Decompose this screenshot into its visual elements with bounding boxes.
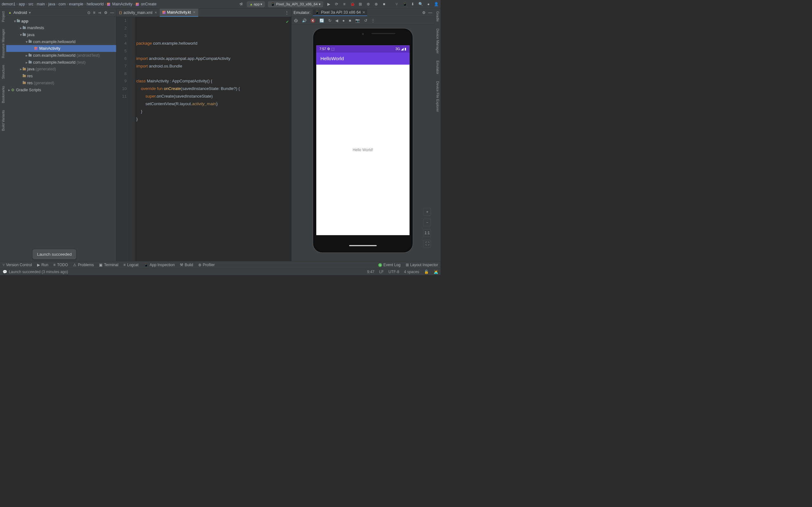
breadcrumb-item[interactable]: helloworld (87, 2, 104, 6)
user-icon[interactable]: ● (426, 2, 431, 7)
emulator-tab[interactable]: 📱 Pixel 3a API 33 x86 64 ✕ (313, 9, 367, 16)
minimize-icon[interactable]: — (110, 10, 114, 15)
screenshot-icon[interactable]: 📷 (355, 18, 360, 23)
minimize-icon[interactable]: — (428, 10, 432, 15)
tree-node-gradle[interactable]: ▸⚙Gradle Scripts (6, 86, 116, 93)
volume-down-icon[interactable]: 🔇 (310, 18, 315, 23)
attach-debugger-icon[interactable]: ≡ (342, 2, 347, 7)
phone-screen[interactable]: 7:57 ⚙ ⬚ 3G ◢ ▮ HelloWorld Hello World! (316, 45, 409, 235)
run-icon[interactable]: ▶ (326, 2, 331, 7)
tree-arrow-icon[interactable]: ▸ (19, 67, 23, 72)
close-icon[interactable]: ✕ (362, 10, 365, 15)
zoom-fit-button[interactable]: ⛶ (423, 240, 431, 247)
chevron-down-icon[interactable]: ▾ (29, 10, 31, 15)
tree-node[interactable]: res (6, 72, 116, 79)
tool-tab-emulator[interactable]: Emulator (436, 59, 439, 75)
tree-arrow-icon[interactable]: ▾ (25, 39, 29, 44)
tree-arrow-icon[interactable]: ▾ (19, 32, 23, 37)
profile-icon[interactable]: ⊛ (366, 2, 370, 7)
debug-icon[interactable]: 🐞 (350, 2, 355, 7)
zoom-reset-button[interactable]: 1:1 (423, 229, 431, 237)
tree-node[interactable]: ▸java(generated) (6, 66, 116, 72)
tree-arrow-icon[interactable]: ▸ (25, 53, 29, 58)
tree-node[interactable]: ▾app (6, 17, 116, 24)
bottom-tab-version-control[interactable]: ⑂Version Control (3, 263, 32, 267)
breadcrumb-item[interactable]: demon1 (2, 2, 15, 6)
tool-tab-build-variants[interactable]: Build Variants (1, 109, 5, 132)
tree-node[interactable]: ▾java (6, 32, 116, 38)
tree-node[interactable]: res(generated) (6, 79, 116, 87)
volume-up-icon[interactable]: 🔊 (302, 18, 307, 23)
tree-node[interactable]: MainActivity (6, 45, 116, 52)
avd-icon[interactable]: 📱 (402, 2, 407, 7)
close-icon[interactable]: ✕ (154, 11, 157, 14)
tree-arrow-icon[interactable]: ▸ (19, 26, 23, 31)
collapse-icon[interactable]: ≡ (93, 10, 95, 15)
breadcrumb-item[interactable]: onCreate (141, 2, 156, 6)
tree-node[interactable]: ▸manifests (6, 24, 116, 32)
rotate-left-icon[interactable]: 🔄 (319, 18, 324, 23)
bottom-tab-logcat[interactable]: ≡Logcat (123, 263, 138, 267)
power-icon[interactable]: ⏻ (294, 18, 298, 23)
search-icon[interactable]: 🔍 (418, 2, 423, 7)
gear-icon[interactable]: ⚙ (422, 10, 426, 15)
back-icon[interactable]: ◀ (335, 18, 338, 23)
layout-inspector-button[interactable]: ⊞Layout Inspector (406, 263, 438, 267)
apply-changes-icon[interactable]: ⟳ (334, 2, 339, 7)
breadcrumb-item[interactable]: main (37, 2, 45, 6)
more-icon[interactable]: ⋮ (371, 18, 375, 23)
zoom-in-button[interactable]: ＋ (423, 208, 431, 216)
breadcrumb-item[interactable]: MainActivity (112, 2, 133, 6)
tree-node[interactable]: ▾com.example.helloworld (6, 38, 116, 45)
reset-icon[interactable]: ↺ (364, 18, 367, 23)
tool-tab-bookmarks[interactable]: Bookmarks (1, 84, 5, 105)
gear-icon[interactable]: ⚙ (104, 10, 107, 15)
zoom-out-button[interactable]: － (423, 219, 431, 226)
target-icon[interactable]: ⊙ (87, 10, 90, 15)
tree-arrow-icon[interactable]: ▾ (13, 19, 17, 23)
rotate-right-icon[interactable]: ↻ (328, 18, 332, 23)
bottom-tab-run[interactable]: ▶Run (37, 263, 48, 267)
bottom-tab-terminal[interactable]: ▣Terminal (99, 263, 118, 267)
status-indicator[interactable]: 4 spaces (404, 270, 419, 274)
run-config-selector[interactable]: ▲ app ▾ (247, 1, 265, 7)
expand-icon[interactable]: ⫤ (98, 10, 101, 15)
breadcrumb-item[interactable]: app (19, 2, 25, 6)
account-icon[interactable]: 👤 (434, 2, 439, 7)
status-indicator[interactable]: LF (379, 270, 384, 274)
bottom-tab-build[interactable]: ⚒Build (180, 263, 193, 267)
stop-icon[interactable]: ■ (382, 2, 386, 7)
tree-node[interactable]: ▸com.example.helloworld(test) (6, 59, 116, 66)
bottom-tab-todo[interactable]: ≡TODO (54, 263, 68, 267)
device-selector[interactable]: 📱 Pixel_3a_API_33_x86_64 ▾ (268, 1, 323, 7)
editor-tab[interactable]: MainActivity.kt✕ (160, 9, 198, 16)
bottom-tab-app-inspection[interactable]: 📱App Inspection (144, 263, 175, 267)
panel-title[interactable]: Android (13, 10, 27, 15)
tool-tab-project[interactable]: Project (1, 10, 5, 23)
breadcrumb-item[interactable]: com (59, 2, 66, 6)
status-indicator[interactable]: 🔓 (424, 270, 429, 274)
home-icon[interactable]: ● (343, 18, 345, 23)
status-indicator[interactable]: UTF-8 (389, 270, 399, 274)
breadcrumb-item[interactable]: java (48, 2, 55, 6)
tool-tab-gradle[interactable]: Gradle (436, 10, 439, 23)
vcs-icon[interactable]: ⑂ (394, 2, 399, 7)
build-icon[interactable]: ⚒ (239, 1, 245, 7)
tree-node[interactable]: ▸com.example.helloworld(androidTest) (6, 52, 116, 59)
overview-icon[interactable]: ■ (349, 18, 351, 23)
bottom-tab-profiler[interactable]: ⊛Profiler (198, 263, 215, 267)
more-icon[interactable]: ⋮ (282, 10, 291, 15)
inspection-ok-icon[interactable]: ✔ (286, 18, 289, 26)
tool-tab-device-manager[interactable]: Device Manager (436, 27, 439, 55)
project-tree[interactable]: ▾app▸manifests▾java▾com.example.hellowor… (6, 17, 116, 94)
sdk-icon[interactable]: ⬇ (410, 2, 415, 7)
close-icon[interactable]: ✕ (193, 10, 195, 14)
tree-arrow-icon[interactable]: ▸ (25, 60, 29, 65)
event-log-button[interactable]: 1Event Log (378, 263, 401, 267)
breadcrumb-item[interactable]: src (28, 2, 33, 6)
breadcrumb-item[interactable]: example (69, 2, 84, 6)
status-indicator[interactable]: 9:47 (367, 270, 374, 274)
tool-tab-device-file-explorer[interactable]: Device File Explorer (436, 80, 439, 113)
code-content[interactable]: ✔ package com.example.helloworld import … (135, 17, 291, 261)
coverage-icon[interactable]: ⊞ (358, 2, 362, 7)
